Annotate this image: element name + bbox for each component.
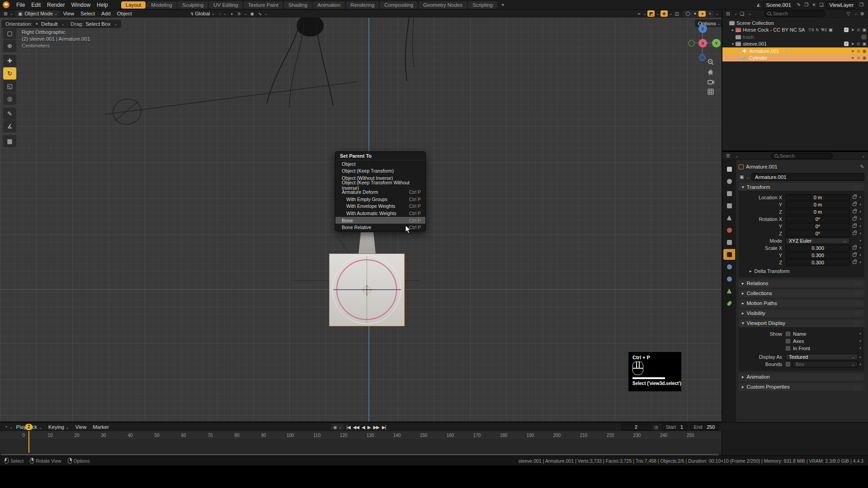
viewport-menu-view[interactable]: View <box>60 10 77 17</box>
workspace-tab-rendering[interactable]: Rendering <box>346 1 379 9</box>
tool-add-cube[interactable]: ▦ <box>3 135 16 147</box>
menu-file[interactable]: File <box>13 1 28 9</box>
jump-start-button[interactable]: |◀ <box>345 425 351 430</box>
shading-wireframe-button[interactable]: ◯ <box>684 11 691 17</box>
new-view-layer-icon[interactable]: ❐ <box>859 2 864 7</box>
timeline-ruler[interactable]: 0102030405060708090100110120130140150160… <box>0 431 722 440</box>
animate-decorator[interactable]: • <box>858 216 863 221</box>
exclude-checkbox[interactable]: ✓ <box>844 42 849 46</box>
outliner-row-armature-001[interactable]: ▸Armature.001⋔⋔➤⊙▣ <box>722 47 868 55</box>
snap-magnet-toggle[interactable]: ◖ <box>229 11 234 16</box>
exclude-checkbox[interactable] <box>862 35 866 39</box>
hide-eye-icon[interactable]: ⊙ <box>857 49 860 53</box>
properties-tab-object[interactable] <box>723 249 735 260</box>
end-frame-field[interactable]: End250 <box>690 424 719 430</box>
properties-tab-bone[interactable] <box>723 298 735 309</box>
tool-rotate[interactable]: ↻ <box>3 67 16 80</box>
animate-decorator[interactable]: • <box>858 231 863 236</box>
tool-move[interactable]: ✚ <box>3 55 16 67</box>
workspace-tab-animation[interactable]: Animation <box>313 1 345 9</box>
transform-value-field[interactable]: 0.300 <box>786 252 850 258</box>
context-menu-item-with-automatic-weights[interactable]: With Automatic WeightsCtrl P <box>335 210 425 217</box>
add-workspace-button[interactable]: + <box>498 1 508 9</box>
bounds-dropdown[interactable]: Box⌄ <box>793 361 858 367</box>
lock-icon[interactable] <box>853 261 856 264</box>
properties-search-input[interactable] <box>780 153 830 159</box>
animate-decorator[interactable]: • <box>858 253 863 258</box>
tool-annotate[interactable]: ✎ <box>3 108 16 120</box>
checkbox-in-front[interactable] <box>786 346 790 351</box>
bone-shape[interactable] <box>359 232 376 254</box>
play-reverse-button[interactable]: ◀ <box>360 425 366 430</box>
outliner-editor-icon[interactable]: ⊟ <box>725 11 731 16</box>
outliner-display-mode-icon[interactable]: ❏ <box>739 11 745 16</box>
snap-dropdown[interactable]: ⊪⌄ <box>237 11 247 16</box>
lock-icon[interactable] <box>853 246 856 249</box>
panel-header-custom-properties[interactable]: ▸Custom Properties:::: <box>739 383 864 391</box>
menu-help[interactable]: Help <box>94 1 111 9</box>
playhead-line[interactable] <box>28 431 29 453</box>
transform-value-field[interactable]: 0.300 <box>786 259 850 266</box>
shading-solid-button[interactable]: ● <box>691 11 698 17</box>
render-visibility-icon[interactable]: ▣ <box>862 56 866 60</box>
lock-icon[interactable] <box>853 196 856 199</box>
selectability-icon[interactable]: ➤ <box>851 49 854 53</box>
tool-select-box[interactable]: ▢ <box>3 27 16 39</box>
display-as-dropdown[interactable]: Textured⌄ <box>786 354 858 360</box>
transform-value-field[interactable]: 0.300 <box>786 245 850 251</box>
shading-material-button[interactable]: ◕ <box>698 11 706 17</box>
gizmo-z-axis[interactable]: Z <box>698 24 707 33</box>
filter-icon[interactable]: ▽ <box>846 11 851 16</box>
jump-end-button[interactable]: ▶| <box>381 425 387 430</box>
transform-panel-header[interactable]: ▾Transform :::: <box>739 183 864 191</box>
orientation-default-value[interactable]: Default <box>41 21 57 27</box>
hide-eye-icon[interactable]: ⊙ <box>857 56 860 60</box>
play-button[interactable]: ▶ <box>366 425 372 430</box>
falloff-dropdown[interactable]: ∿⌄ <box>257 11 268 16</box>
workspace-tab-shading[interactable]: Shading <box>284 1 312 9</box>
properties-tab-world[interactable] <box>723 225 735 235</box>
context-menu-item-object-keep-transform[interactable]: Object (Keep Transform) <box>335 168 425 175</box>
timeline-menu-keying[interactable]: Keying⌄ <box>45 424 72 430</box>
view-layer-field[interactable]: ViewLayer <box>826 1 857 9</box>
render-visibility-icon[interactable]: ▣ <box>862 49 866 53</box>
editor-separator[interactable] <box>722 10 722 455</box>
autokey-toggle[interactable]: ◉⌄ <box>331 424 344 430</box>
gizmo-x-axis[interactable]: X <box>698 39 707 47</box>
outliner-row-trash[interactable]: trash <box>722 33 868 41</box>
animate-decorator[interactable]: • <box>858 195 863 200</box>
viewport-menu-object[interactable]: Object <box>114 10 135 17</box>
animate-decorator[interactable]: • <box>858 209 863 214</box>
pivot-dropdown[interactable]: ◌⌄ <box>217 11 227 16</box>
context-menu-item-object-keep-transform-without-inverse[interactable]: Object (Keep Transform Without Inverse) <box>335 182 425 189</box>
shading-rendered-button[interactable]: ◑ <box>706 11 713 17</box>
animate-decorator[interactable]: • <box>858 238 863 243</box>
properties-tab-scene[interactable] <box>723 212 735 223</box>
viewport-menu-select[interactable]: Select <box>77 10 98 17</box>
tool-scale[interactable]: ◱ <box>3 80 16 92</box>
exclude-checkbox[interactable]: ✓ <box>844 28 849 32</box>
animate-decorator[interactable]: • <box>858 202 863 207</box>
workspace-tab-uv-editing[interactable]: UV Editing <box>209 1 242 9</box>
overlays-toggle[interactable]: ◩ <box>647 10 655 17</box>
lock-icon[interactable] <box>853 253 856 257</box>
delta-transform-subpanel[interactable]: ▸Delta Transform <box>739 268 863 275</box>
lock-icon[interactable] <box>853 203 856 206</box>
gizmos-dropdown[interactable]: ➣⌄ <box>636 11 646 16</box>
workspace-tab-scripting[interactable]: Scripting <box>468 1 497 9</box>
blender-logo-icon[interactable] <box>3 1 9 8</box>
menu-render[interactable]: Render <box>44 1 68 9</box>
viewport-display-panel-header[interactable]: ▾Viewport Display :::: <box>739 319 864 327</box>
tool-cursor[interactable]: ⊕ <box>3 40 16 52</box>
context-menu-item-with-empty-groups[interactable]: With Empty GroupsCtrl P <box>335 196 425 203</box>
outliner-row-horse-cock-cc-by-nc-sa[interactable]: ▸Horse Cock - CC BY NC SA▽3↻⚒2▣✓➤⊙▣ <box>722 27 868 34</box>
properties-tab-render[interactable] <box>723 176 735 187</box>
checkbox-name[interactable] <box>786 332 790 336</box>
render-visibility-icon[interactable]: ▣ <box>862 28 866 32</box>
timeline-track-area[interactable] <box>0 440 722 453</box>
expander-icon[interactable]: ▾ <box>731 42 735 46</box>
workspace-tab-modeling[interactable]: Modeling <box>146 1 177 9</box>
hide-eye-icon[interactable]: ⊙ <box>857 28 860 32</box>
unlink-scene-icon[interactable]: ✕ <box>811 2 816 7</box>
proportional-edit-toggle[interactable]: ◙ <box>250 11 255 16</box>
